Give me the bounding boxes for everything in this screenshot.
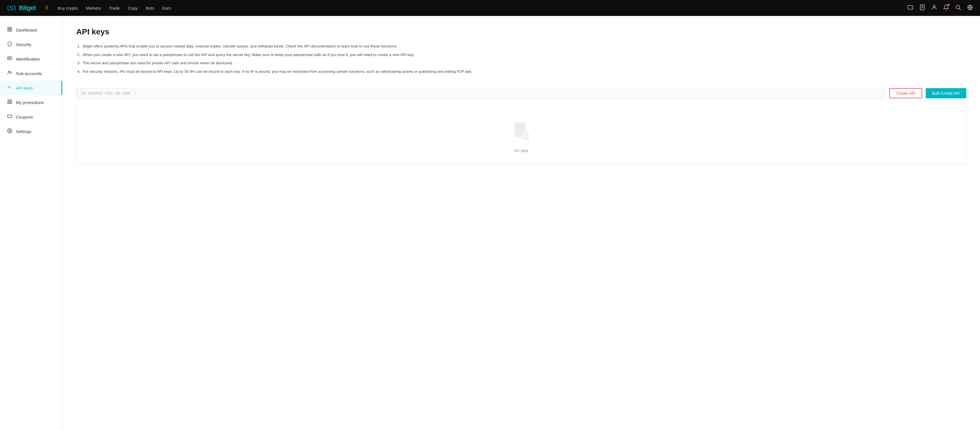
svg-rect-15 (10, 100, 12, 101)
notification-dot (948, 4, 950, 6)
search-icon[interactable] (955, 4, 961, 12)
security-icon (7, 41, 13, 48)
svg-rect-0 (908, 5, 913, 9)
nav-earn[interactable]: Earn (162, 6, 172, 11)
svg-point-12 (10, 72, 11, 73)
nav-bots[interactable]: Bots (146, 6, 154, 11)
svg-rect-24 (516, 127, 522, 128)
svg-rect-14 (8, 100, 9, 101)
svg-point-6 (956, 5, 960, 9)
nav-markets[interactable]: Markets (86, 6, 101, 11)
svg-point-11 (8, 71, 10, 73)
svg-line-7 (959, 8, 961, 10)
table-col-1 (81, 92, 130, 95)
identification-icon (7, 56, 13, 62)
logo-text: Bitget (19, 4, 36, 12)
info-item-4: 4. For security reasons, IPs must be bou… (76, 68, 966, 75)
main-content: API keys 1. Bitget offers powerful APIs … (62, 16, 980, 431)
info-item-1: 1. Bitget offers powerful APIs that enab… (76, 43, 966, 49)
svg-rect-17 (10, 102, 12, 104)
info-list: 1. Bitget offers powerful APIs that enab… (76, 43, 966, 75)
sidebar-item-coupons[interactable]: Coupons (0, 110, 62, 124)
svg-rect-16 (8, 102, 9, 104)
info-item-2: 2. When you create a new API, you need t… (76, 52, 966, 58)
nav-actions (907, 4, 973, 12)
logo-icon: ⟨S⟩ (7, 4, 16, 12)
orders-icon[interactable] (919, 4, 926, 12)
empty-state-icon (510, 120, 533, 144)
sidebar-item-api-keys[interactable]: API keys (0, 81, 62, 95)
nav-links: Buy crypto Markets Trade Copy Bots Earn (58, 6, 898, 11)
sidebar-item-identification[interactable]: Identification (0, 52, 62, 66)
settings-icon (7, 128, 13, 135)
sidebar-item-dashboard[interactable]: Dashboard (0, 23, 62, 37)
svg-point-5 (933, 5, 935, 7)
notifications-icon[interactable] (943, 4, 949, 12)
svg-rect-25 (516, 130, 521, 130)
page-layout: Dashboard Security Identification (0, 16, 980, 431)
language-icon[interactable] (967, 4, 973, 12)
sidebar-item-my-promotions[interactable]: My promotions (0, 95, 62, 110)
logo-area[interactable]: ⟨S⟩ Bitget (7, 4, 36, 12)
svg-rect-23 (516, 125, 524, 126)
identification-label: Identification (16, 57, 40, 61)
dashboard-icon (7, 27, 13, 33)
dashboard-label: Dashboard (16, 27, 37, 32)
sub-accounts-label: Sub-accounts (16, 71, 42, 76)
profile-icon[interactable] (931, 4, 937, 12)
table-header (76, 88, 885, 99)
coupons-icon (7, 114, 13, 120)
sub-accounts-icon (7, 70, 13, 77)
create-api-button[interactable]: Create API (889, 88, 922, 99)
sidebar-item-security[interactable]: Security (0, 37, 62, 52)
grid-menu-icon[interactable]: ⠿ (45, 5, 49, 11)
empty-state: No data (76, 103, 966, 165)
my-promotions-icon (7, 99, 13, 106)
nav-trade[interactable]: Trade (109, 6, 120, 11)
sidebar: Dashboard Security Identification (0, 16, 62, 431)
nav-buy-crypto[interactable]: Buy crypto (58, 6, 78, 11)
settings-label: Settings (16, 129, 31, 134)
security-label: Security (16, 42, 31, 47)
empty-state-text: No data (514, 148, 528, 153)
table-actions: Create API Bulk Create API (889, 84, 966, 103)
svg-point-21 (9, 130, 11, 132)
bulk-create-api-button[interactable]: Bulk Create API (926, 88, 966, 99)
api-keys-label: API keys (16, 86, 33, 91)
sidebar-item-sub-accounts[interactable]: Sub-accounts (0, 66, 62, 81)
nav-copy[interactable]: Copy (128, 6, 138, 11)
api-keys-icon (7, 85, 13, 91)
my-promotions-label: My promotions (16, 100, 44, 105)
wallet-icon[interactable] (907, 4, 913, 12)
coupons-label: Coupons (16, 115, 33, 119)
info-item-3: 3. The secret and passphrase are used fo… (76, 60, 966, 66)
page-title: API keys (76, 27, 966, 37)
sidebar-item-settings[interactable]: Settings (0, 124, 62, 139)
svg-rect-9 (8, 57, 12, 60)
svg-point-10 (8, 58, 10, 59)
table-divider (135, 91, 135, 95)
top-navigation: ⟨S⟩ Bitget ⠿ Buy crypto Markets Trade Co… (0, 0, 980, 16)
